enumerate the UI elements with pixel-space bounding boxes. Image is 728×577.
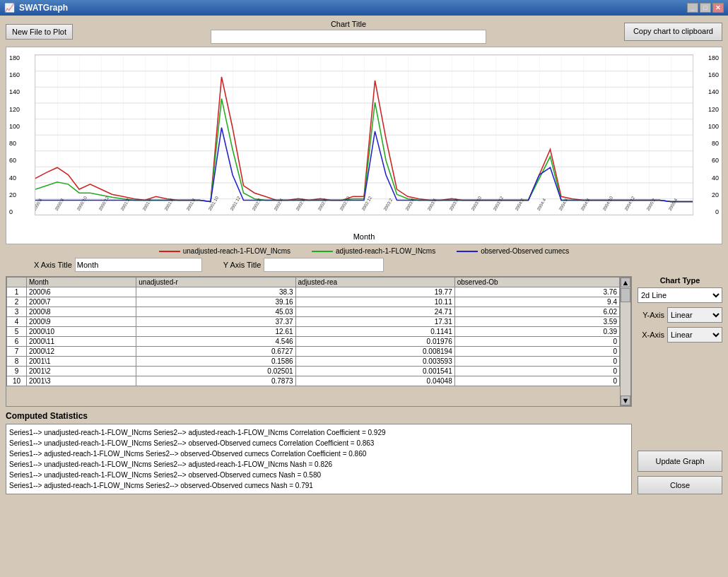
maximize-btn[interactable]: □ xyxy=(700,3,711,13)
new-file-button[interactable]: New File to Plot xyxy=(6,24,73,40)
col-header-num xyxy=(7,278,27,287)
stat-line: Series1--> unadjusted-reach-1-FLOW_INcms… xyxy=(9,459,628,470)
bottom-buttons: Update Graph Close xyxy=(638,408,722,494)
chart-title-label: Chart Title xyxy=(73,20,624,28)
chart-type-section: Chart Type 2d Line Bar Scatter Y-Axis Li… xyxy=(638,276,722,343)
close-button[interactable]: Close xyxy=(638,476,722,494)
app-icon: 📈 xyxy=(4,3,15,13)
chart-svg: 2000:6 2000:8 2000:10 2000:12 2001:2 200… xyxy=(35,55,693,215)
table-row: 62000\114.5460.019760 xyxy=(7,337,620,347)
chart-plot-area: 2000:6 2000:8 2000:10 2000:12 2001:2 200… xyxy=(35,54,693,215)
table-row: 92001\20.025010.0015410 xyxy=(7,367,620,376)
top-bar: New File to Plot Chart Title Copy chart … xyxy=(6,20,722,44)
table-inner: Month unadjusted-r adjusted-rea observed… xyxy=(6,277,620,406)
col-header-adj: adjusted-rea xyxy=(295,278,454,287)
scroll-thumb[interactable] xyxy=(621,288,630,302)
col-header-unadj: unadjusted-r xyxy=(136,278,295,287)
col-header-month: Month xyxy=(27,278,136,287)
stat-line: Series1--> unadjusted-reach-1-FLOW_INcms… xyxy=(9,438,628,448)
minimize-btn[interactable]: _ xyxy=(687,3,698,13)
table-row: 82001\10.15860.0035930 xyxy=(7,357,620,367)
chart-area: 180160140120100 806040200 18016014012010… xyxy=(6,47,722,244)
y-axis-title-input[interactable] xyxy=(264,258,384,272)
col-header-obs: observed-Ob xyxy=(454,278,619,287)
close-btn-window[interactable]: ✕ xyxy=(712,3,724,13)
data-table: Month unadjusted-r adjusted-rea observed… xyxy=(6,277,620,386)
table-scrollbar[interactable]: ▲ ▼ xyxy=(620,277,631,406)
table-row: 32000\845.0324.716.02 xyxy=(7,307,620,317)
legend-label-observed: observed-Observed cumecs xyxy=(481,247,569,255)
table-row: 22000\739.1610.119.4 xyxy=(7,297,620,307)
data-table-container: Month unadjusted-r adjusted-rea observed… xyxy=(6,276,632,407)
scroll-down-btn[interactable]: ▼ xyxy=(621,395,630,405)
x-axis-row-label: X-Axis xyxy=(638,331,664,339)
right-panel: Chart Type 2d Line Bar Scatter Y-Axis Li… xyxy=(638,276,722,494)
legend-item-observed: observed-Observed cumecs xyxy=(457,247,569,255)
chart-type-label: Chart Type xyxy=(638,276,722,285)
table-row: 102001\30.78730.040480 xyxy=(7,376,620,386)
legend: unadjusted-reach-1-FLOW_INcms adjusted-r… xyxy=(6,247,722,255)
x-axis-title-input[interactable] xyxy=(75,258,202,272)
bottom-section: Month unadjusted-r adjusted-rea observed… xyxy=(6,276,722,494)
y-axis-title-label: Y Axis Title xyxy=(223,261,262,269)
axis-titles-row: X Axis Title Y Axis Title xyxy=(6,258,722,272)
main-content: New File to Plot Chart Title Copy chart … xyxy=(0,16,728,499)
y-axis-row-label: Y-Axis xyxy=(638,311,664,319)
x-axis-title-label: X Axis Title xyxy=(34,261,72,269)
chart-type-select[interactable]: 2d Line Bar Scatter xyxy=(638,287,722,303)
scroll-up-btn[interactable]: ▲ xyxy=(621,278,630,287)
legend-item-unadjusted: unadjusted-reach-1-FLOW_INcms xyxy=(159,247,290,255)
y-axis-select[interactable]: Linear Log xyxy=(667,307,722,323)
x-axis-select[interactable]: Linear Log xyxy=(667,327,722,343)
computed-stats-title: Computed Statistics xyxy=(6,411,632,421)
table-row: 12000\638.319.773.76 xyxy=(7,287,620,297)
x-axis-title: Month xyxy=(353,232,375,241)
y-axis-right-labels: 180160140120100 806040200 xyxy=(708,54,719,215)
stats-box: Series1--> unadjusted-reach-1-FLOW_INcms… xyxy=(6,424,632,494)
title-bar: 📈 SWATGraph _ □ ✕ xyxy=(0,0,728,16)
chart-title-section: Chart Title xyxy=(73,20,624,44)
stat-line: Series1--> unadjusted-reach-1-FLOW_INcms… xyxy=(9,427,628,438)
stat-line: Series1--> unadjusted-reach-1-FLOW_INcms… xyxy=(9,470,628,480)
legend-label-unadjusted: unadjusted-reach-1-FLOW_INcms xyxy=(183,247,290,255)
copy-chart-button[interactable]: Copy chart to clipboard xyxy=(624,23,722,40)
legend-label-adjusted: adjusted-reach-1-FLOW_INcms xyxy=(336,247,435,255)
legend-color-observed xyxy=(457,251,478,252)
chart-title-input[interactable] xyxy=(211,30,486,44)
y-axis-left-labels: 180160140120100 806040200 xyxy=(9,54,20,215)
legend-color-adjusted xyxy=(312,251,333,252)
x-axis-row: X-Axis Linear Log xyxy=(638,327,722,343)
legend-color-unadjusted xyxy=(159,251,180,252)
legend-item-adjusted: adjusted-reach-1-FLOW_INcms xyxy=(312,247,435,255)
update-graph-button[interactable]: Update Graph xyxy=(638,451,722,472)
stat-line: Series1--> adjusted-reach-1-FLOW_INcms S… xyxy=(9,448,628,459)
computed-stats-section: Computed Statistics Series1--> unadjuste… xyxy=(6,411,632,494)
table-row: 52000\1012.610.11410.39 xyxy=(7,327,620,337)
y-axis-row: Y-Axis Linear Log xyxy=(638,307,722,323)
app-title: SWATGraph xyxy=(19,3,68,13)
table-section: Month unadjusted-r adjusted-rea observed… xyxy=(6,276,632,494)
scroll-track xyxy=(621,287,630,395)
window-controls[interactable]: _ □ ✕ xyxy=(687,3,724,13)
table-row: 72000\120.67270.0081940 xyxy=(7,347,620,357)
stat-line: Series1--> adjusted-reach-1-FLOW_INcms S… xyxy=(9,480,628,491)
table-row: 42000\937.3717.313.59 xyxy=(7,317,620,327)
